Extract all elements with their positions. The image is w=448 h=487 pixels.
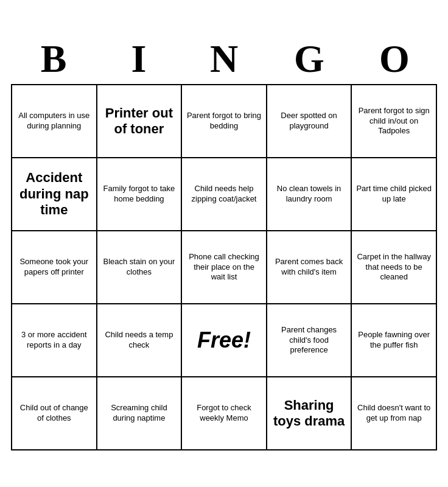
bingo-cell-6: Family forgot to take home bedding — [97, 158, 183, 231]
bingo-header: BINGO — [11, 37, 437, 82]
bingo-cell-15: 3 or more accident reports in a day — [12, 304, 97, 377]
bingo-cell-3: Deer spotted on playground — [267, 85, 352, 158]
bingo-cell-9: Part time child picked up late — [352, 158, 437, 231]
bingo-cell-18: Parent changes child's food preference — [267, 304, 352, 377]
bingo-cell-14: Carpet in the hallway that needs to be c… — [352, 231, 437, 304]
bingo-cell-4: Parent forgot to sign child in/out on Ta… — [352, 85, 437, 158]
bingo-card: BINGO All computers in use during planni… — [5, 30, 443, 457]
bingo-cell-13: Parent comes back with child's item — [267, 231, 352, 304]
bingo-cell-16: Child needs a temp check — [97, 304, 183, 377]
bingo-cell-12: Phone call checking their place on the w… — [182, 231, 267, 304]
bingo-cell-8: No clean towels in laundry room — [267, 158, 352, 231]
bingo-cell-22: Forgot to check weekly Memo — [182, 377, 267, 450]
bingo-letter-I: I — [99, 37, 178, 82]
bingo-cell-1: Printer out of toner — [97, 85, 183, 158]
bingo-letter-O: O — [355, 37, 434, 82]
bingo-letter-G: G — [270, 37, 349, 82]
bingo-cell-20: Child out of change of clothes — [12, 377, 97, 450]
bingo-cell-5: Accident during nap time — [12, 158, 97, 231]
bingo-cell-23: Sharing toys drama — [267, 377, 352, 450]
bingo-cell-0: All computers in use during planning — [12, 85, 97, 158]
bingo-cell-24: Child doesn't want to get up from nap — [352, 377, 437, 450]
bingo-letter-N: N — [184, 37, 264, 82]
bingo-grid: All computers in use during planningPrin… — [11, 84, 437, 450]
bingo-cell-17: Free! — [182, 304, 267, 377]
bingo-cell-2: Parent forgot to bring bedding — [182, 85, 267, 158]
bingo-letter-B: B — [14, 37, 93, 82]
bingo-cell-11: Bleach stain on your clothes — [97, 231, 183, 304]
bingo-cell-10: Someone took your papers off printer — [12, 231, 97, 304]
bingo-cell-19: People fawning over the puffer fish — [352, 304, 437, 377]
bingo-cell-21: Screaming child during naptime — [97, 377, 183, 450]
bingo-cell-7: Child needs help zipping coat/jacket — [182, 158, 267, 231]
